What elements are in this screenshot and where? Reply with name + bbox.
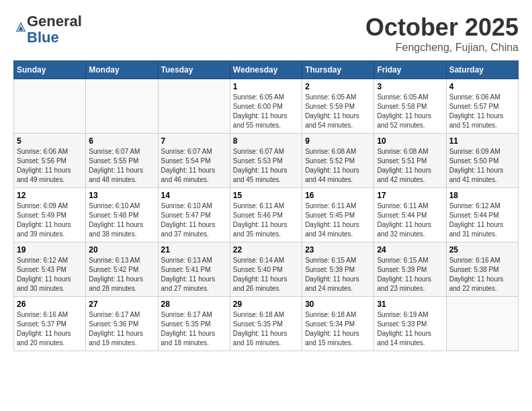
dow-wednesday: Wednesday <box>230 61 302 79</box>
logo-icon <box>15 21 27 33</box>
calendar-cell: 4Sunrise: 6:06 AM Sunset: 5:57 PM Daylig… <box>446 79 518 134</box>
calendar-cell: 22Sunrise: 6:14 AM Sunset: 5:40 PM Dayli… <box>230 242 302 297</box>
logo-blue: Blue <box>27 29 59 46</box>
calendar-cell: 7Sunrise: 6:07 AM Sunset: 5:54 PM Daylig… <box>158 134 230 188</box>
day-info: Sunrise: 6:12 AM Sunset: 5:43 PM Dayligh… <box>17 256 83 293</box>
dow-tuesday: Tuesday <box>158 61 230 79</box>
page-header: General Blue October 2025 Fengcheng, Fuj… <box>13 13 519 54</box>
day-number: 25 <box>449 245 515 255</box>
dow-sunday: Sunday <box>14 61 86 79</box>
dow-monday: Monday <box>86 61 158 79</box>
calendar-cell: 13Sunrise: 6:10 AM Sunset: 5:48 PM Dayli… <box>86 188 158 242</box>
day-info: Sunrise: 6:15 AM Sunset: 5:39 PM Dayligh… <box>305 256 371 293</box>
dow-thursday: Thursday <box>302 61 374 79</box>
day-info: Sunrise: 6:07 AM Sunset: 5:53 PM Dayligh… <box>233 147 299 185</box>
day-info: Sunrise: 6:17 AM Sunset: 5:35 PM Dayligh… <box>161 310 227 348</box>
day-of-week-header: SundayMondayTuesdayWednesdayThursdayFrid… <box>14 61 519 79</box>
calendar-cell: 16Sunrise: 6:11 AM Sunset: 5:45 PM Dayli… <box>302 188 374 242</box>
calendar-cell: 14Sunrise: 6:10 AM Sunset: 5:47 PM Dayli… <box>158 188 230 242</box>
calendar-cell: 2Sunrise: 6:05 AM Sunset: 5:59 PM Daylig… <box>302 79 374 134</box>
calendar-cell: 26Sunrise: 6:16 AM Sunset: 5:37 PM Dayli… <box>14 297 86 351</box>
calendar-cell: 24Sunrise: 6:15 AM Sunset: 5:39 PM Dayli… <box>374 242 446 297</box>
calendar-cell: 28Sunrise: 6:17 AM Sunset: 5:35 PM Dayli… <box>158 297 230 351</box>
calendar-cell: 5Sunrise: 6:06 AM Sunset: 5:56 PM Daylig… <box>14 134 86 188</box>
calendar-cell: 31Sunrise: 6:19 AM Sunset: 5:33 PM Dayli… <box>374 297 446 351</box>
calendar-cell: 27Sunrise: 6:17 AM Sunset: 5:36 PM Dayli… <box>86 297 158 351</box>
day-number: 7 <box>161 136 227 146</box>
day-info: Sunrise: 6:09 AM Sunset: 5:49 PM Dayligh… <box>17 201 83 239</box>
day-info: Sunrise: 6:05 AM Sunset: 5:59 PM Dayligh… <box>305 93 371 130</box>
day-info: Sunrise: 6:14 AM Sunset: 5:40 PM Dayligh… <box>233 256 299 293</box>
day-info: Sunrise: 6:08 AM Sunset: 5:52 PM Dayligh… <box>305 147 371 185</box>
day-info: Sunrise: 6:13 AM Sunset: 5:41 PM Dayligh… <box>161 256 227 293</box>
calendar-cell: 6Sunrise: 6:07 AM Sunset: 5:55 PM Daylig… <box>86 134 158 188</box>
day-info: Sunrise: 6:07 AM Sunset: 5:54 PM Dayligh… <box>161 147 227 185</box>
day-info: Sunrise: 6:05 AM Sunset: 6:00 PM Dayligh… <box>233 93 299 130</box>
dow-friday: Friday <box>374 61 446 79</box>
day-info: Sunrise: 6:10 AM Sunset: 5:48 PM Dayligh… <box>89 201 154 239</box>
day-number: 12 <box>17 191 83 200</box>
logo: General Blue <box>13 13 82 46</box>
logo-general: General <box>27 13 82 30</box>
calendar-cell: 1Sunrise: 6:05 AM Sunset: 6:00 PM Daylig… <box>230 79 302 134</box>
day-number: 2 <box>305 82 371 91</box>
day-number: 8 <box>233 136 299 146</box>
calendar-cell <box>14 79 86 134</box>
week-row-1: 5Sunrise: 6:06 AM Sunset: 5:56 PM Daylig… <box>14 134 519 188</box>
calendar-cell: 29Sunrise: 6:18 AM Sunset: 5:35 PM Dayli… <box>230 297 302 351</box>
day-info: Sunrise: 6:09 AM Sunset: 5:50 PM Dayligh… <box>449 147 515 185</box>
calendar-cell: 11Sunrise: 6:09 AM Sunset: 5:50 PM Dayli… <box>446 134 518 188</box>
day-info: Sunrise: 6:11 AM Sunset: 5:46 PM Dayligh… <box>233 201 299 239</box>
day-number: 5 <box>17 136 83 146</box>
week-row-3: 19Sunrise: 6:12 AM Sunset: 5:43 PM Dayli… <box>14 242 519 297</box>
calendar-cell: 21Sunrise: 6:13 AM Sunset: 5:41 PM Dayli… <box>158 242 230 297</box>
day-number: 3 <box>377 82 443 91</box>
month-title: October 2025 <box>365 13 519 42</box>
day-number: 24 <box>377 245 443 255</box>
day-number: 21 <box>161 245 227 255</box>
day-info: Sunrise: 6:18 AM Sunset: 5:34 PM Dayligh… <box>305 310 371 348</box>
day-info: Sunrise: 6:08 AM Sunset: 5:51 PM Dayligh… <box>377 147 443 185</box>
calendar-cell: 30Sunrise: 6:18 AM Sunset: 5:34 PM Dayli… <box>302 297 374 351</box>
calendar-cell: 18Sunrise: 6:12 AM Sunset: 5:44 PM Dayli… <box>446 188 518 242</box>
day-number: 29 <box>233 300 299 309</box>
day-number: 17 <box>377 191 443 200</box>
calendar-cell: 23Sunrise: 6:15 AM Sunset: 5:39 PM Dayli… <box>302 242 374 297</box>
day-info: Sunrise: 6:12 AM Sunset: 5:44 PM Dayligh… <box>449 201 515 239</box>
day-info: Sunrise: 6:11 AM Sunset: 5:44 PM Dayligh… <box>377 201 443 239</box>
day-number: 6 <box>89 136 154 146</box>
day-info: Sunrise: 6:06 AM Sunset: 5:56 PM Dayligh… <box>17 147 83 185</box>
day-info: Sunrise: 6:07 AM Sunset: 5:55 PM Dayligh… <box>89 147 154 185</box>
week-row-2: 12Sunrise: 6:09 AM Sunset: 5:49 PM Dayli… <box>14 188 519 242</box>
day-number: 10 <box>377 136 443 146</box>
calendar-cell: 3Sunrise: 6:05 AM Sunset: 5:58 PM Daylig… <box>374 79 446 134</box>
day-number: 16 <box>305 191 371 200</box>
day-number: 11 <box>449 136 515 146</box>
dow-saturday: Saturday <box>446 61 518 79</box>
day-info: Sunrise: 6:17 AM Sunset: 5:36 PM Dayligh… <box>89 310 154 348</box>
day-info: Sunrise: 6:16 AM Sunset: 5:37 PM Dayligh… <box>17 310 83 348</box>
calendar-cell: 17Sunrise: 6:11 AM Sunset: 5:44 PM Dayli… <box>374 188 446 242</box>
day-info: Sunrise: 6:15 AM Sunset: 5:39 PM Dayligh… <box>377 256 443 293</box>
day-info: Sunrise: 6:19 AM Sunset: 5:33 PM Dayligh… <box>377 310 443 348</box>
day-info: Sunrise: 6:13 AM Sunset: 5:42 PM Dayligh… <box>89 256 154 293</box>
calendar-cell: 20Sunrise: 6:13 AM Sunset: 5:42 PM Dayli… <box>86 242 158 297</box>
day-number: 14 <box>161 191 227 200</box>
day-info: Sunrise: 6:06 AM Sunset: 5:57 PM Dayligh… <box>449 93 515 130</box>
day-number: 9 <box>305 136 371 146</box>
calendar-table: SundayMondayTuesdayWednesdayThursdayFrid… <box>13 60 519 351</box>
calendar-cell: 8Sunrise: 6:07 AM Sunset: 5:53 PM Daylig… <box>230 134 302 188</box>
day-number: 19 <box>17 245 83 255</box>
day-info: Sunrise: 6:18 AM Sunset: 5:35 PM Dayligh… <box>233 310 299 348</box>
calendar-body: 1Sunrise: 6:05 AM Sunset: 6:00 PM Daylig… <box>14 79 519 351</box>
title-section: October 2025 Fengcheng, Fujian, China <box>365 13 519 54</box>
day-number: 20 <box>89 245 154 255</box>
day-info: Sunrise: 6:11 AM Sunset: 5:45 PM Dayligh… <box>305 201 371 239</box>
day-number: 26 <box>17 300 83 309</box>
day-info: Sunrise: 6:10 AM Sunset: 5:47 PM Dayligh… <box>161 201 227 239</box>
calendar-cell <box>86 79 158 134</box>
calendar-cell: 25Sunrise: 6:16 AM Sunset: 5:38 PM Dayli… <box>446 242 518 297</box>
calendar-cell <box>158 79 230 134</box>
calendar-cell: 10Sunrise: 6:08 AM Sunset: 5:51 PM Dayli… <box>374 134 446 188</box>
logo-text: General Blue <box>27 13 82 46</box>
